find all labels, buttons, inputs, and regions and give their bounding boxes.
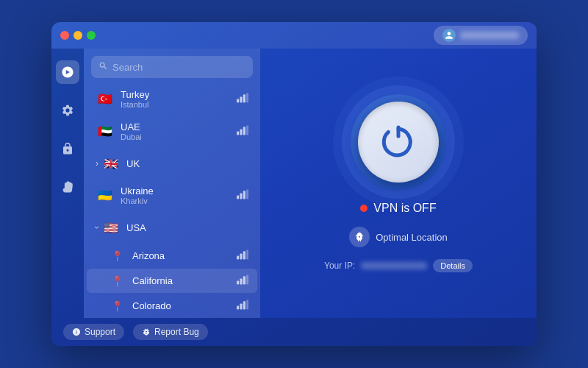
location-name-uk: UK (126, 158, 248, 169)
location-item-colorado[interactable]: 📍 Colorado (87, 294, 257, 318)
app-window: 🇹🇷 Turkey Istanbul (51, 22, 537, 346)
svg-rect-1 (240, 96, 242, 102)
location-item-uk[interactable]: › 🇬🇧 UK (87, 148, 257, 179)
power-button[interactable] (351, 94, 446, 190)
svg-rect-16 (237, 281, 239, 285)
main-content: 🇹🇷 Turkey Istanbul (51, 49, 537, 318)
location-item-turkey[interactable]: 🇹🇷 Turkey Istanbul (87, 83, 257, 115)
user-icon (442, 29, 456, 42)
search-icon (98, 61, 108, 73)
bottom-bar: Support Report Bug (51, 318, 537, 346)
optimal-label: Optimal Location (376, 232, 448, 243)
sidebar-item-rocket[interactable] (56, 60, 79, 84)
pin-arizona: 📍 (107, 250, 126, 262)
right-panel: VPN is OFF Optimal Location Your IP: Det… (260, 49, 537, 318)
title-bar (51, 22, 537, 49)
location-name-california: California (132, 275, 237, 286)
sidebar-icons (51, 49, 84, 318)
location-item-california[interactable]: 📍 California (87, 269, 257, 293)
svg-rect-20 (237, 306, 239, 310)
svg-rect-10 (243, 191, 245, 199)
signal-arizona (237, 250, 248, 262)
location-name-uae: UAE (121, 121, 237, 132)
svg-rect-17 (240, 278, 242, 284)
signal-turkey (237, 93, 248, 105)
location-name-usa: USA (126, 222, 248, 233)
maximize-button[interactable] (87, 31, 96, 40)
location-name-ukraine: Ukraine (121, 185, 237, 197)
location-sub-turkey: Istanbul (121, 100, 237, 109)
svg-rect-3 (246, 93, 248, 103)
support-label: Support (85, 327, 115, 337)
bug-icon (142, 328, 151, 336)
svg-rect-8 (237, 196, 239, 199)
svg-rect-11 (246, 190, 248, 199)
location-name-colorado: Colorado (132, 300, 237, 311)
ip-address (361, 262, 427, 269)
svg-rect-18 (243, 276, 245, 284)
power-button-ring (358, 102, 439, 183)
svg-rect-7 (246, 126, 248, 135)
svg-rect-14 (243, 251, 245, 259)
location-panel: 🇹🇷 Turkey Istanbul (84, 49, 260, 318)
svg-rect-15 (246, 250, 248, 260)
sidebar-item-settings[interactable] (56, 99, 79, 122)
svg-rect-22 (243, 301, 245, 309)
flag-ukraine: 🇺🇦 (96, 186, 115, 205)
signal-california (237, 275, 248, 287)
pin-colorado: 📍 (107, 300, 126, 312)
search-bar[interactable] (91, 56, 253, 78)
location-sub-uae: Dubai (121, 132, 237, 141)
expand-arrow-uk: › (96, 158, 98, 169)
optimal-location[interactable]: Optimal Location (349, 227, 448, 247)
svg-rect-2 (243, 94, 245, 102)
signal-ukraine (237, 189, 248, 202)
user-badge[interactable] (434, 26, 528, 45)
vpn-status: VPN is OFF (360, 202, 436, 215)
sidebar-item-lock[interactable] (56, 137, 79, 160)
svg-rect-19 (246, 275, 248, 285)
report-bug-label: Report Bug (154, 327, 199, 337)
flag-uae: 🇦🇪 (96, 122, 115, 141)
svg-rect-5 (240, 129, 242, 135)
signal-colorado (237, 300, 248, 312)
svg-rect-0 (237, 99, 239, 103)
flag-usa: 🇺🇸 (101, 218, 121, 237)
search-input[interactable] (112, 62, 245, 73)
location-item-arizona[interactable]: 📍 Arizona (87, 244, 257, 268)
location-name-turkey: Turkey (121, 89, 237, 100)
svg-rect-9 (240, 193, 242, 199)
location-name-arizona: Arizona (132, 250, 237, 261)
vpn-status-text: VPN is OFF (373, 202, 436, 215)
location-item-ukraine[interactable]: 🇺🇦 Ukraine Kharkiv (87, 180, 257, 211)
ip-row: Your IP: Details (324, 259, 473, 272)
svg-rect-4 (237, 132, 239, 135)
support-button[interactable]: Support (63, 324, 124, 340)
minimize-button[interactable] (74, 31, 82, 40)
svg-rect-6 (243, 127, 245, 135)
status-dot (360, 205, 368, 212)
location-item-uae[interactable]: 🇦🇪 UAE Dubai (87, 116, 257, 147)
user-name-text (460, 32, 519, 39)
location-item-usa[interactable]: › 🇺🇸 USA (87, 212, 257, 243)
report-bug-button[interactable]: Report Bug (133, 324, 208, 340)
svg-rect-12 (237, 256, 239, 260)
support-icon (72, 328, 81, 336)
svg-rect-23 (246, 300, 248, 310)
location-sub-ukraine: Kharkiv (121, 197, 237, 205)
title-bar-right (434, 26, 528, 45)
details-button[interactable]: Details (433, 259, 473, 272)
svg-rect-21 (240, 303, 242, 309)
flag-uk: 🇬🇧 (101, 154, 121, 173)
sidebar-item-hand[interactable] (56, 175, 79, 199)
ip-label: Your IP: (324, 261, 355, 271)
location-list: 🇹🇷 Turkey Istanbul (84, 82, 260, 318)
traffic-lights (60, 31, 96, 40)
rocket-icon (349, 227, 370, 247)
power-icon (381, 124, 416, 160)
svg-rect-13 (240, 253, 242, 259)
flag-turkey: 🇹🇷 (96, 90, 115, 109)
signal-uae (237, 125, 248, 138)
expand-arrow-usa: › (92, 226, 102, 229)
close-button[interactable] (60, 31, 69, 40)
